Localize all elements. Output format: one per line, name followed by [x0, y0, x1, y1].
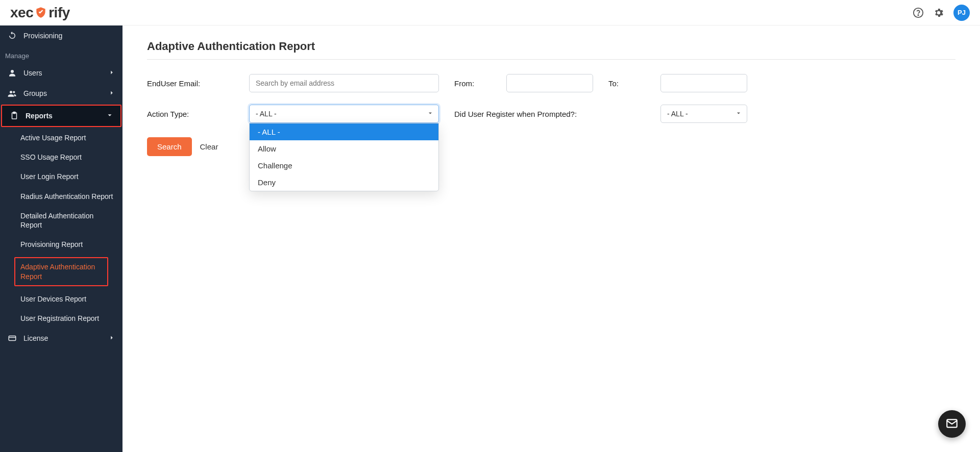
dropdown-option-all[interactable]: - ALL -: [250, 123, 438, 140]
brand-text-post: rify: [48, 5, 70, 21]
sidebar-item-license[interactable]: License: [0, 328, 122, 348]
sidebar-subitem-user-login[interactable]: User Login Report: [0, 167, 122, 186]
to-label: To:: [608, 79, 660, 88]
svg-point-3: [10, 91, 12, 93]
register-prompt-selected: - ALL -: [667, 110, 688, 118]
enduser-email-input[interactable]: [249, 74, 439, 92]
sidebar-subitem-adaptive-auth[interactable]: Adaptive Authentication Report: [14, 257, 108, 286]
shield-check-icon: [34, 6, 47, 19]
chat-fab[interactable]: [938, 410, 966, 438]
brand-logo: xec rify: [10, 5, 70, 21]
user-icon: [7, 68, 17, 78]
sidebar-item-label: Reports: [26, 112, 53, 120]
sidebar-section-label: Manage: [5, 52, 29, 60]
from-date-input[interactable]: [506, 74, 593, 92]
chevron-down-icon: [427, 110, 433, 118]
svg-rect-7: [9, 336, 16, 341]
topbar: xec rify PJ: [0, 0, 980, 26]
sidebar-item-label: Groups: [23, 89, 47, 97]
clipboard-icon: [9, 111, 19, 121]
enduser-email-label: EndUser Email:: [147, 79, 249, 88]
register-prompt-label: Did User Register when Prompted?:: [454, 110, 660, 118]
chevron-down-icon: [106, 112, 113, 120]
main-content: Adaptive Authentication Report EndUser E…: [122, 26, 980, 452]
gear-icon[interactable]: [933, 7, 944, 18]
sidebar-item-users[interactable]: Users: [0, 63, 122, 83]
sync-icon: [7, 31, 17, 41]
sidebar-subitem-radius-auth[interactable]: Radius Authentication Report: [0, 187, 122, 206]
dropdown-option-deny[interactable]: Deny: [250, 174, 438, 191]
title-divider: [147, 59, 955, 60]
sidebar: Provisioning Manage Users Groups: [0, 26, 122, 452]
chevron-right-icon: [108, 69, 115, 78]
action-type-select[interactable]: - ALL -: [249, 105, 439, 123]
register-prompt-select[interactable]: - ALL -: [660, 105, 747, 123]
filters: EndUser Email: From: To: Action Type:: [147, 74, 955, 123]
avatar[interactable]: PJ: [953, 5, 970, 21]
dropdown-option-challenge[interactable]: Challenge: [250, 157, 438, 174]
filter-row-2: Action Type: - ALL - - ALL - Allow Chall…: [147, 105, 955, 123]
sidebar-item-reports[interactable]: Reports: [1, 105, 121, 127]
svg-point-1: [918, 14, 918, 15]
sidebar-item-label: Provisioning: [23, 32, 62, 40]
to-date-input[interactable]: [660, 74, 747, 92]
sidebar-item-label: License: [23, 334, 48, 342]
sidebar-subitem-detailed-auth[interactable]: Detailed Authentication Report: [0, 206, 122, 235]
chevron-down-icon: [736, 110, 742, 118]
sidebar-item-label: Users: [23, 69, 42, 77]
sidebar-subitem-sso-usage[interactable]: SSO Usage Report: [0, 147, 122, 167]
mail-icon: [945, 417, 959, 432]
help-icon[interactable]: [913, 7, 924, 18]
chevron-right-icon: [108, 89, 115, 98]
svg-point-2: [11, 70, 14, 73]
svg-point-0: [914, 8, 923, 17]
from-label: From:: [454, 79, 506, 88]
sidebar-subitem-active-usage[interactable]: Active Usage Report: [0, 128, 122, 147]
search-button[interactable]: Search: [147, 137, 192, 156]
filter-row-1: EndUser Email: From: To:: [147, 74, 955, 92]
sidebar-subitem-user-registration[interactable]: User Registration Report: [0, 309, 122, 328]
card-icon: [7, 333, 17, 343]
chevron-right-icon: [108, 334, 115, 343]
brand-text-pre: xec: [10, 5, 33, 21]
topbar-right: PJ: [913, 5, 970, 21]
sidebar-section-manage: Manage: [0, 46, 122, 63]
sidebar-item-groups[interactable]: Groups: [0, 83, 122, 104]
groups-icon: [7, 88, 17, 98]
svg-rect-6: [13, 112, 16, 114]
page-title: Adaptive Authentication Report: [147, 40, 955, 53]
action-type-dropdown: - ALL - Allow Challenge Deny: [249, 123, 439, 191]
sidebar-item-provisioning[interactable]: Provisioning: [0, 26, 122, 46]
svg-point-4: [13, 91, 15, 93]
dropdown-option-allow[interactable]: Allow: [250, 140, 438, 157]
sidebar-subitem-provisioning-report[interactable]: Provisioning Report: [0, 235, 122, 254]
avatar-initials: PJ: [958, 9, 966, 16]
sidebar-subitem-user-devices[interactable]: User Devices Report: [0, 289, 122, 309]
action-type-label: Action Type:: [147, 110, 249, 118]
clear-button[interactable]: Clear: [200, 142, 218, 151]
action-type-selected: - ALL -: [256, 110, 277, 118]
